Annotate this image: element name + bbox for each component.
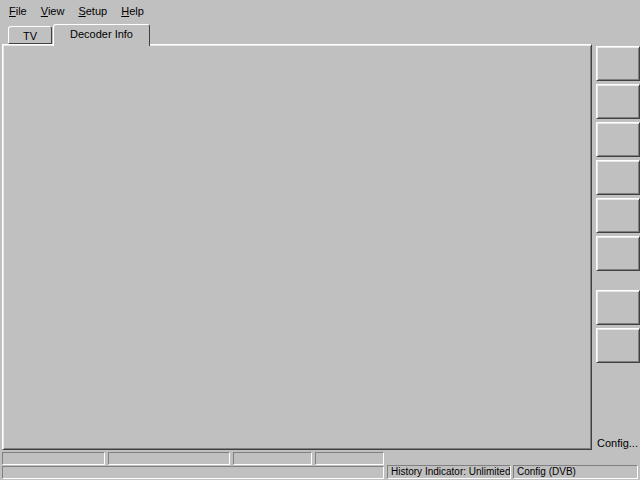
- tab-tv[interactable]: TV: [8, 26, 52, 44]
- application-window: File View Setup Help TV Decoder Info Sta…: [0, 0, 640, 480]
- side-button-4[interactable]: [596, 160, 640, 195]
- menu-setup[interactable]: Setup: [71, 2, 114, 20]
- menu-bar: File View Setup Help: [0, 0, 640, 22]
- menu-help[interactable]: Help: [114, 2, 151, 20]
- side-button-5[interactable]: [596, 198, 640, 233]
- status-cell-5: [2, 466, 384, 479]
- side-button-6[interactable]: [596, 236, 640, 271]
- side-button-2[interactable]: [596, 84, 640, 119]
- config-mode-status: Config (DVB): [513, 465, 638, 479]
- history-indicator-status: History Indicator: Unlimited: [387, 465, 511, 479]
- side-button-3[interactable]: [596, 122, 640, 157]
- menu-file[interactable]: File: [2, 2, 34, 20]
- menu-view[interactable]: View: [34, 2, 72, 20]
- tab-decoder-info[interactable]: Decoder Info: [53, 24, 150, 46]
- status-cell-3: [233, 452, 312, 465]
- side-button-8[interactable]: [596, 328, 640, 363]
- status-cell-4: [315, 452, 384, 465]
- status-cell-1: [2, 452, 105, 465]
- config-button-label[interactable]: Config...: [597, 437, 638, 449]
- decoder-info-page: [2, 44, 592, 450]
- side-button-1[interactable]: [596, 46, 640, 81]
- status-cell-2: [108, 452, 230, 465]
- side-button-7[interactable]: [596, 290, 640, 325]
